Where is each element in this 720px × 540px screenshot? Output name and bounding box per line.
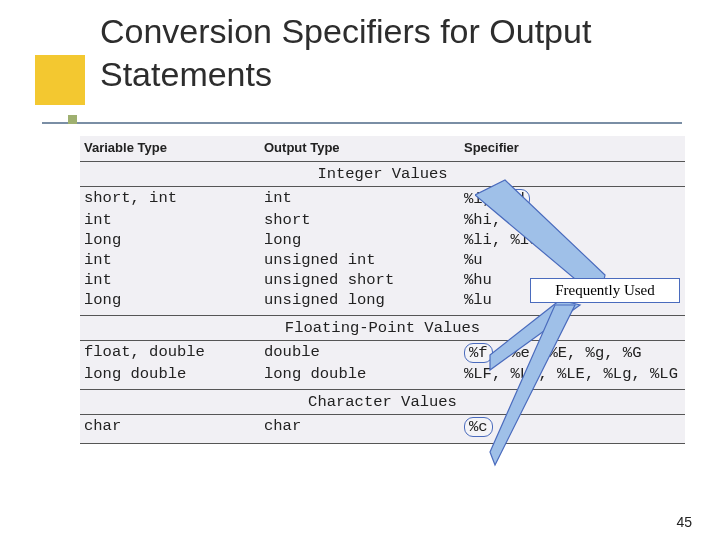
- cell-specifier: %LF, %Le, %LE, %Lg, %LG: [464, 365, 681, 383]
- cell-specifier: %c: [464, 417, 681, 437]
- header-output-type: Output Type: [264, 140, 464, 155]
- cell-otype: unsigned int: [264, 251, 464, 269]
- table-row: long long %li, %ld: [80, 230, 685, 250]
- frequently-used-callout: Frequently Used: [530, 278, 680, 303]
- highlight-d: %d: [501, 189, 530, 209]
- cell-otype: long: [264, 231, 464, 249]
- accent-square: [35, 55, 85, 105]
- cell-specifier: %i, %d: [464, 189, 681, 209]
- cell-vtype: long: [84, 231, 264, 249]
- table-row: long double long double %LF, %Le, %LE, %…: [80, 364, 685, 390]
- cell-otype: char: [264, 417, 464, 437]
- section-integer: Integer Values: [80, 162, 685, 187]
- cell-specifier: %li, %ld: [464, 231, 681, 249]
- table-row: short, int int %i, %d: [80, 187, 685, 210]
- cell-otype: int: [264, 189, 464, 209]
- table-row: char char %c: [80, 415, 685, 444]
- cell-specifier: %hi, %hd: [464, 211, 681, 229]
- header-variable-type: Variable Type: [84, 140, 264, 155]
- cell-specifier: %f, %e, %E, %g, %G: [464, 343, 681, 363]
- cell-vtype: char: [84, 417, 264, 437]
- cell-otype: long double: [264, 365, 464, 383]
- header-specifier: Specifier: [464, 140, 681, 155]
- title-underline: [42, 122, 682, 124]
- section-float: Floating-Point Values: [80, 316, 685, 341]
- bullet-marker: [68, 115, 77, 124]
- cell-vtype: float, double: [84, 343, 264, 363]
- spec-text: %i,: [464, 190, 501, 208]
- cell-vtype: int: [84, 211, 264, 229]
- cell-otype: short: [264, 211, 464, 229]
- table-header-row: Variable Type Output Type Specifier: [80, 136, 685, 162]
- cell-otype: unsigned short: [264, 271, 464, 289]
- table-row: int unsigned int %u: [80, 250, 685, 270]
- cell-vtype: int: [84, 251, 264, 269]
- cell-vtype: short, int: [84, 189, 264, 209]
- table-row: float, double double %f, %e, %E, %g, %G: [80, 341, 685, 364]
- section-char: Character Values: [80, 390, 685, 415]
- cell-otype: unsigned long: [264, 291, 464, 309]
- table-row: int short %hi, %hd: [80, 210, 685, 230]
- page-number: 45: [676, 514, 692, 530]
- highlight-f: %f: [464, 343, 493, 363]
- cell-vtype: int: [84, 271, 264, 289]
- slide-title: Conversion Specifiers for Output Stateme…: [100, 10, 720, 95]
- spec-text: , %e, %E, %g, %G: [493, 344, 642, 362]
- cell-specifier: %u: [464, 251, 681, 269]
- cell-vtype: long: [84, 291, 264, 309]
- highlight-c: %c: [464, 417, 493, 437]
- cell-otype: double: [264, 343, 464, 363]
- cell-vtype: long double: [84, 365, 264, 383]
